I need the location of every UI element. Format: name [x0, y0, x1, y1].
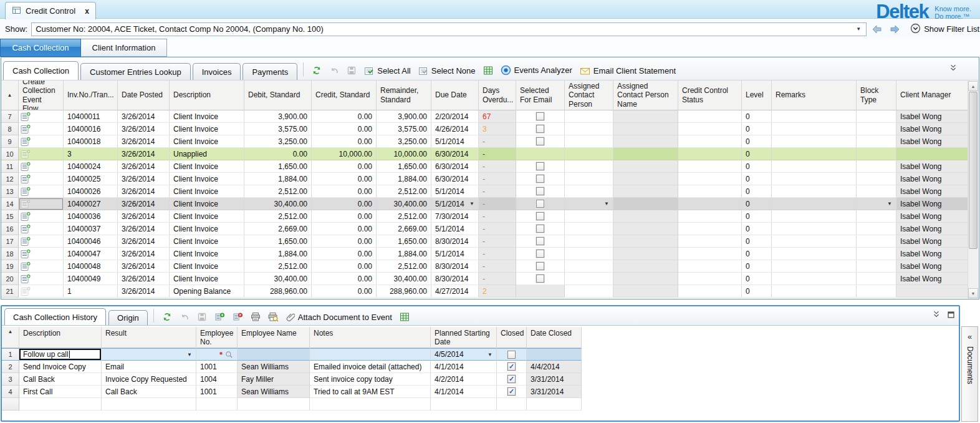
- cell-history-description[interactable]: Call Back: [19, 373, 102, 386]
- show-filter-combobox[interactable]: Customer No: 20004, ACE Ticket, Contact …: [31, 22, 867, 36]
- column-header-10[interactable]: Selected For Email: [516, 80, 565, 110]
- cell-date-posted[interactable]: 3/26/2014: [118, 110, 170, 123]
- cell-block-type[interactable]: [857, 185, 896, 198]
- row-number[interactable]: 2: [2, 361, 19, 373]
- cell-debit[interactable]: 288,960.00: [244, 285, 312, 298]
- cell-assigned-contact-person[interactable]: [565, 160, 613, 173]
- cell-days-overdue[interactable]: -: [479, 223, 516, 235]
- cell-client-manager[interactable]: Isabel Wong: [896, 273, 969, 285]
- cell-level[interactable]: 0: [742, 135, 772, 148]
- row-number[interactable]: 14: [1, 198, 19, 210]
- collapse-panel-icon[interactable]: [932, 310, 941, 321]
- column-header-1[interactable]: Create Collection Event Flow: [19, 80, 64, 110]
- cell-create-event-flow[interactable]: [19, 160, 64, 173]
- cell-date-closed[interactable]: [527, 348, 582, 361]
- cell-client-manager[interactable]: Isabel Wong: [896, 248, 969, 260]
- cell-selected-for-email[interactable]: [516, 235, 565, 248]
- subtab-customer-entries-lookup[interactable]: Customer Entries Lookup: [80, 63, 191, 80]
- cell-due-date[interactable]: 6/30/2014: [431, 160, 479, 173]
- cell-description[interactable]: Client Invoice: [170, 135, 244, 148]
- cell-description[interactable]: Client Invoice: [170, 185, 244, 198]
- cell-client-manager[interactable]: Isabel Wong: [896, 173, 969, 185]
- undo-button[interactable]: [329, 66, 339, 75]
- cell-create-event-flow[interactable]: [19, 285, 64, 298]
- cell-invoice-no[interactable]: 10400011: [64, 110, 118, 123]
- cell-selected-for-email[interactable]: [516, 160, 565, 173]
- cell-invoice-no[interactable]: 10400048: [64, 260, 118, 273]
- column-header-6[interactable]: Credit, Standard: [312, 80, 377, 110]
- combobox-dropdown-icon[interactable]: ▼: [855, 26, 862, 32]
- cell-description[interactable]: Client Invoice: [170, 223, 244, 235]
- history-refresh-button[interactable]: [162, 312, 172, 322]
- cell-level[interactable]: 0: [742, 198, 772, 210]
- cell-date-closed[interactable]: 3/31/2014: [527, 373, 582, 386]
- cell-remainder[interactable]: 2,669.00: [377, 223, 431, 235]
- cell-debit[interactable]: 2,512.00: [244, 185, 312, 198]
- cell-level[interactable]: 0: [742, 173, 772, 185]
- cell-credit[interactable]: 0.00: [312, 123, 377, 135]
- cell-notes[interactable]: Tried to call at 9AM EST: [310, 386, 431, 398]
- cell-block-type[interactable]: [857, 260, 896, 273]
- cell-result[interactable]: Invoice Copy Requested: [102, 373, 196, 386]
- cell-assigned-contact-person[interactable]: [565, 135, 613, 148]
- cell-employee-name[interactable]: [238, 348, 310, 361]
- email-checkbox[interactable]: [536, 250, 544, 258]
- print-button[interactable]: [251, 312, 261, 322]
- cell-description[interactable]: Client Invoice: [170, 210, 244, 223]
- cell-remainder[interactable]: 3,575.00: [377, 123, 431, 135]
- cell-assigned-contact-person[interactable]: [565, 285, 613, 298]
- cell-planned-starting-date[interactable]: 4/2/2014: [431, 373, 497, 386]
- column-header-3[interactable]: Date Posted: [118, 80, 170, 110]
- cell-credit[interactable]: 0.00: [312, 260, 377, 273]
- cell-invoice-no[interactable]: 10400027: [64, 198, 118, 210]
- row-number[interactable]: 12: [1, 173, 19, 185]
- cell-level[interactable]: 0: [742, 110, 772, 123]
- cell-selected-for-email[interactable]: [516, 210, 565, 223]
- history-column-header-7[interactable]: Closed: [497, 327, 527, 348]
- cell-days-overdue[interactable]: 3: [479, 123, 516, 135]
- cell-selected-for-email[interactable]: [516, 248, 565, 260]
- maximize-panel-icon[interactable]: [947, 310, 955, 321]
- cell-remainder[interactable]: 1,884.00: [377, 248, 431, 260]
- cell-due-date[interactable]: 6/30/2014: [431, 148, 479, 160]
- cell-block-type[interactable]: [857, 210, 896, 223]
- cell-employee-no[interactable]: 1004: [196, 373, 238, 386]
- cell-days-overdue[interactable]: -: [479, 160, 516, 173]
- cell-block-type[interactable]: [857, 223, 896, 235]
- column-header-11[interactable]: Assigned Contact Person: [565, 80, 613, 110]
- row-number[interactable]: 20: [1, 273, 19, 285]
- cell-remarks[interactable]: [772, 210, 857, 223]
- dropdown-icon[interactable]: ▼: [467, 201, 474, 207]
- cell-employee-name[interactable]: Sean Williams: [238, 361, 310, 373]
- cell-date-posted[interactable]: 3/26/2014: [118, 123, 170, 135]
- cell-date-closed[interactable]: 4/4/2014: [527, 361, 582, 373]
- email-checkbox[interactable]: [536, 175, 544, 183]
- cell-selected-for-email[interactable]: [516, 273, 565, 285]
- cell-due-date[interactable]: 8/30/2014: [431, 273, 479, 285]
- row-number[interactable]: 17: [1, 235, 19, 248]
- cell-credit[interactable]: 10,000.00: [312, 148, 377, 160]
- cell-days-overdue[interactable]: -: [479, 148, 516, 160]
- cell-description[interactable]: Opening Balance: [170, 285, 244, 298]
- cell-result[interactable]: Call Back: [102, 386, 196, 398]
- lookup-magnifier-icon[interactable]: [225, 351, 233, 359]
- scrollbar-thumb[interactable]: [969, 92, 978, 249]
- cell-debit[interactable]: 2,512.00: [244, 210, 312, 223]
- column-header-9[interactable]: Days Overdu...: [479, 80, 516, 110]
- cell-assigned-contact-person-name[interactable]: [613, 185, 678, 198]
- cell-remarks[interactable]: [772, 248, 857, 260]
- row-number[interactable]: 16: [1, 223, 19, 235]
- vertical-scrollbar[interactable]: ▲ ▼: [968, 81, 978, 298]
- cell-due-date[interactable]: 5/1/2014: [431, 185, 479, 198]
- cell-invoice-no[interactable]: 10400047: [64, 248, 118, 260]
- cell-selected-for-email[interactable]: [516, 173, 565, 185]
- cell-assigned-contact-person-name[interactable]: [613, 148, 678, 160]
- cell-employee-no[interactable]: *: [196, 348, 238, 361]
- cell-due-date[interactable]: 5/1/2014: [431, 248, 479, 260]
- save-button[interactable]: [347, 66, 357, 75]
- cell-invoice-no[interactable]: 10400025: [64, 173, 118, 185]
- cell-date-closed[interactable]: 3/31/2014: [527, 386, 582, 398]
- cell-remarks[interactable]: [772, 285, 857, 298]
- subtab-origin[interactable]: Origin: [108, 310, 148, 325]
- cell-block-type[interactable]: [857, 160, 896, 173]
